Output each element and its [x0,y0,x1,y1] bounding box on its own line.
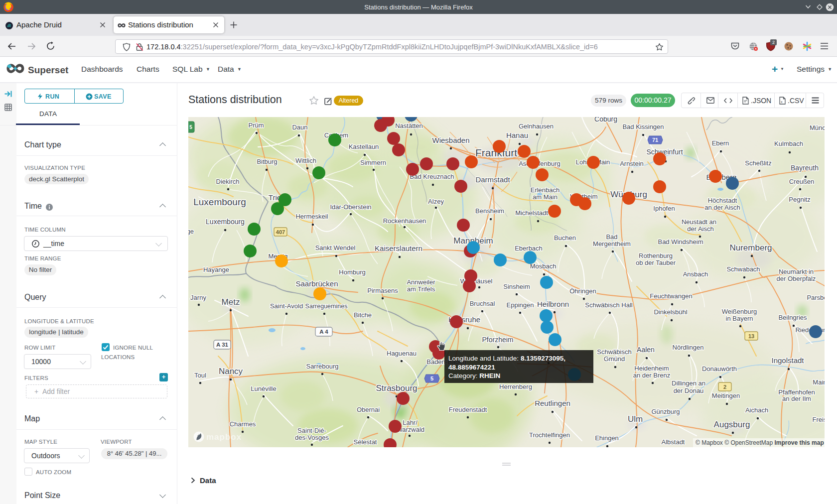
svg-text:Sarreguemines: Sarreguemines [305,303,348,310]
svg-text:Ehingen: Ehingen [595,434,619,442]
svg-text:Lahr/: Lahr/ [403,419,418,426]
svg-text:an der Ilm: an der Ilm [782,395,811,402]
svg-text:Daun: Daun [292,124,307,131]
svg-text:Lunéville: Lunéville [251,385,276,392]
svg-text:Nördlingen: Nördlingen [673,344,704,351]
svg-text:Weißenburg: Weißenburg [722,308,757,315]
svg-text:13: 13 [748,333,754,339]
svg-text:2: 2 [723,384,726,390]
svg-text:Alzey: Alzey [428,198,444,205]
svg-text:A 31: A 31 [216,342,228,348]
svg-text:Bad Kissingen: Bad Kissingen [622,123,664,130]
svg-text:des-Vosges: des-Vosges [295,434,329,441]
svg-text:Neustadt an: Neustadt an [682,218,716,226]
svg-text:71: 71 [652,137,658,143]
svg-text:Schwäbisch Hall: Schwäbisch Hall [585,301,632,309]
svg-text:Feuchtwangen: Feuchtwangen [650,292,692,300]
svg-text:© Mapbox © OpenStreetMap Impro: © Mapbox © OpenStreetMap Improve this ma… [696,439,824,446]
svg-text:der Oberpfalz: der Oberpfalz [777,275,816,282]
svg-text:Wiesbaden: Wiesbaden [432,136,469,144]
svg-text:Schwabach: Schwabach [726,265,760,273]
svg-text:Sélestat: Sélestat [354,438,377,446]
svg-text:Eppingen: Eppingen [507,301,534,309]
svg-text:Idar-Oberstein: Idar-Oberstein [330,203,371,211]
svg-text:Kulmbach: Kulmbach [774,140,803,147]
svg-text:Obernai: Obernai [357,406,380,413]
svg-text:Albstadt: Albstadt [662,438,685,446]
svg-text:Charmes: Charmes [230,420,256,428]
svg-text:Homburg: Homburg [339,268,365,276]
svg-text:5: 5 [189,125,192,130]
svg-text:Neumarkt in: Neumarkt in [779,268,814,275]
svg-text:Heidenheim: Heidenheim [634,365,669,372]
svg-text:Mergentheim: Mergentheim [593,240,631,248]
svg-text:Bitche: Bitche [354,311,372,319]
svg-text:Strasbourg: Strasbourg [376,383,417,393]
svg-text:Diekirch: Diekirch [216,178,240,185]
svg-text:Wittlich: Wittlich [295,157,316,164]
svg-text:Eberbach: Eberbach [515,245,543,252]
svg-text:Beilngries: Beilngries [778,314,807,321]
svg-text:Augsburg: Augsburg [714,420,750,429]
svg-text:Sankt Wendel: Sankt Wendel [315,244,356,252]
svg-text:an der Aisch: an der Aisch [704,204,740,211]
svg-text:Saint-Dié-: Saint-Dié- [297,427,326,434]
svg-text:Pforzheim: Pforzheim [482,336,513,344]
svg-text:Bruchsal: Bruchsal [470,300,495,307]
svg-text:Hanau: Hanau [506,131,528,139]
svg-text:Prüm: Prüm [248,122,264,129]
svg-text:Nuremberg: Nuremberg [729,243,772,252]
svg-text:Kaiserslautern: Kaiserslautern [375,244,422,252]
svg-text:Luxembourg: Luxembourg [206,218,245,226]
svg-text:Michelstadt: Michelstadt [515,209,548,217]
svg-text:Longitude and Latitude: 8.1359: Longitude and Latitude: 8.1359273095, [448,355,565,362]
svg-text:der Donau: der Donau [674,387,704,394]
svg-text:Ingolstadt: Ingolstadt [771,356,804,365]
svg-text:Herrenberg: Herrenberg [499,383,532,390]
svg-text:Saarbrücken: Saarbrücken [295,279,338,288]
svg-text:Freudenstadt: Freudenstadt [449,406,487,413]
svg-text:Bensheim: Bensheim [475,207,504,215]
svg-text:Trochtelfingen: Trochtelfingen [529,431,570,439]
svg-text:Heilbronn: Heilbronn [537,300,569,308]
svg-text:Erlenbach: Erlenbach [531,186,560,194]
svg-text:Jarny: Jarny [190,294,206,301]
svg-text:Buchen: Buchen [554,234,576,242]
svg-text:Öhringen: Öhringen [569,287,596,295]
svg-text:Nastätten: Nastätten [395,122,423,129]
svg-text:Freis: Freis [813,416,825,423]
svg-text:Donauwörth: Donauwörth [702,365,737,373]
svg-text:48.8859674221: 48.8859674221 [448,364,495,371]
svg-text:Hermeskeil: Hermeskeil [295,213,328,220]
svg-text:x: x [781,100,783,104]
svg-text:Ansbach: Ansbach [683,270,708,278]
svg-text:Sarrebourg: Sarrebourg [306,363,338,370]
svg-text:5: 5 [430,376,433,381]
svg-text:Sinsheim: Sinsheim [503,283,530,290]
svg-text:Metz: Metz [222,297,240,307]
svg-text:Luxembourg: Luxembourg [193,197,246,207]
svg-text:Schweinfurt: Schweinfurt [646,148,683,156]
svg-text:Bad: Bad [606,233,617,241]
svg-text:Arnstein: Arnstein [620,160,644,167]
svg-text:Bitburg: Bitburg [257,158,277,165]
svg-text:am Main: am Main [533,193,558,201]
svg-text:Saint-Avold: Saint-Avold [270,302,303,310]
svg-text:in Bayern: in Bayern [726,315,753,322]
svg-text:Münche: Münche [810,124,825,131]
svg-text:A 4: A 4 [319,329,328,335]
svg-text:Toul: Toul [194,372,206,379]
svg-text:Schwäbisch: Schwäbisch [597,348,631,356]
svg-text:Ebern: Ebern [712,139,729,147]
svg-text:Aichach: Aichach [745,406,768,414]
svg-text:407: 407 [276,229,285,235]
svg-text:Höchstadt: Höchstadt [708,197,737,204]
svg-text:Bayreuth: Bayreuth [791,164,819,172]
svg-text:Bad Windsheim: Bad Windsheim [658,238,703,246]
svg-text:Scheßlitz: Scheßlitz [745,159,771,167]
svg-text:Category: RHEIN: Category: RHEIN [448,372,500,379]
svg-text:Mair: Mair [813,378,825,386]
svg-text:Mosbach: Mosbach [530,262,557,270]
svg-text:Parsbe: Parsbe [807,294,825,301]
svg-text:an der Brenz: an der Brenz [633,372,670,379]
